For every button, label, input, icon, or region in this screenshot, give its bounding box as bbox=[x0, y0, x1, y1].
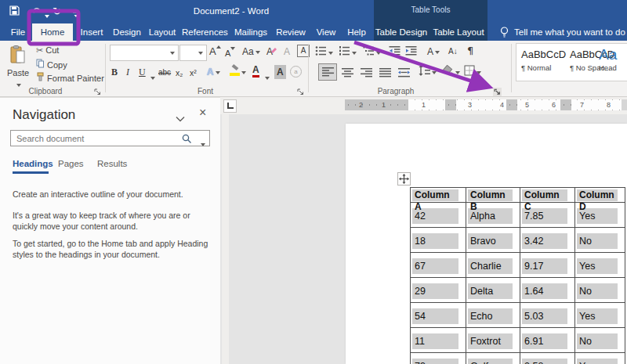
tab-references[interactable]: References bbox=[182, 23, 227, 41]
table-cell[interactable]: 9.17 bbox=[520, 253, 575, 278]
borders-button[interactable] bbox=[464, 65, 481, 79]
table-cell[interactable]: 5.03 bbox=[520, 303, 575, 328]
tab-stop-selector[interactable] bbox=[223, 99, 237, 113]
underline-button[interactable]: U bbox=[139, 65, 146, 79]
tab-insert[interactable]: Insert bbox=[75, 23, 108, 41]
tab-layout[interactable]: Layout bbox=[146, 23, 179, 41]
vertical-ruler[interactable] bbox=[222, 114, 229, 364]
navigation-close-icon[interactable]: × bbox=[199, 106, 206, 120]
table-cell[interactable]: No bbox=[575, 228, 625, 253]
tell-me-lightbulb-icon[interactable] bbox=[499, 27, 509, 41]
horizontal-ruler[interactable]: 211345678 bbox=[345, 99, 627, 110]
table-cell[interactable]: 11 bbox=[411, 328, 466, 353]
undo-dropdown-icon[interactable] bbox=[43, 9, 49, 22]
character-shading-button[interactable]: A bbox=[274, 65, 286, 79]
clear-formatting-button[interactable]: A bbox=[266, 45, 277, 59]
tab-file[interactable]: File bbox=[5, 23, 31, 41]
subscript-button[interactable]: x₂ bbox=[176, 66, 183, 80]
font-color-dropdown-icon[interactable] bbox=[263, 70, 270, 85]
sort-button[interactable]: A↓ bbox=[448, 45, 458, 59]
superscript-button[interactable]: x² bbox=[190, 66, 197, 80]
table-cell[interactable]: Delta bbox=[466, 278, 520, 303]
increase-indent-button[interactable] bbox=[405, 45, 417, 59]
paste-button[interactable]: Paste bbox=[5, 44, 31, 88]
tell-me-box[interactable]: Tell me what you want to do bbox=[514, 27, 625, 37]
table-cell[interactable]: 1.64 bbox=[520, 278, 575, 303]
decrease-indent-button[interactable] bbox=[389, 45, 400, 59]
table-cell[interactable]: Charlie bbox=[466, 253, 520, 278]
tab-mailings[interactable]: Mailings bbox=[230, 23, 271, 41]
table-cell[interactable]: Bravo bbox=[466, 228, 520, 253]
customize-qat-icon[interactable] bbox=[72, 9, 80, 21]
tab-home[interactable]: Home bbox=[32, 23, 73, 41]
table-cell[interactable]: Echo bbox=[466, 303, 520, 328]
multilevel-list-button[interactable] bbox=[363, 45, 381, 59]
table-header-cell[interactable]: Column D bbox=[575, 188, 625, 203]
align-center-button[interactable] bbox=[342, 67, 353, 81]
change-case-button[interactable]: Aa bbox=[242, 45, 260, 59]
navigation-options-chevron-icon[interactable] bbox=[176, 111, 185, 125]
font-dialog-launcher[interactable] bbox=[297, 85, 306, 95]
line-spacing-button[interactable] bbox=[419, 65, 437, 79]
table-cell[interactable]: 6.91 bbox=[520, 328, 575, 353]
table-cell[interactable]: No bbox=[575, 278, 625, 303]
table-cell[interactable]: 73 bbox=[411, 353, 466, 364]
ruler-column-divider[interactable] bbox=[560, 99, 571, 110]
undo-icon[interactable]: ↶ bbox=[31, 5, 40, 18]
cut-button[interactable]: ✂ Cut bbox=[36, 45, 59, 56]
tab-design[interactable]: Design bbox=[110, 23, 144, 41]
ruler-column-divider[interactable] bbox=[506, 99, 517, 110]
asian-layout-button[interactable]: A bbox=[427, 45, 440, 59]
bold-button[interactable]: B bbox=[111, 65, 118, 79]
style-item-3[interactable]: AaHead bbox=[599, 47, 627, 74]
nav-tab-headings[interactable]: Headings bbox=[13, 159, 53, 168]
table-cell[interactable]: 67 bbox=[411, 253, 466, 278]
shrink-font-button[interactable]: A bbox=[225, 46, 235, 60]
table-cell[interactable]: 29 bbox=[411, 278, 466, 303]
table-cell[interactable]: Golf bbox=[466, 353, 520, 364]
phonetic-guide-button[interactable]: A bbox=[284, 45, 290, 59]
align-right-button[interactable] bbox=[361, 67, 372, 81]
table-move-handle[interactable] bbox=[397, 172, 411, 186]
highlight-color-button[interactable] bbox=[230, 65, 246, 79]
table-cell[interactable]: Yes bbox=[575, 253, 625, 278]
tab-table-design[interactable]: Table Design bbox=[373, 23, 429, 41]
tab-table-layout[interactable]: Table Layout bbox=[430, 23, 487, 41]
save-icon[interactable] bbox=[9, 5, 20, 19]
tab-view[interactable]: View bbox=[310, 23, 342, 41]
table-cell[interactable]: Yes bbox=[575, 353, 625, 364]
table-cell[interactable]: 3.42 bbox=[520, 228, 575, 253]
show-hide-pilcrow-button[interactable]: ¶ bbox=[467, 44, 473, 58]
nav-tab-results[interactable]: Results bbox=[97, 159, 127, 168]
font-size-combo[interactable] bbox=[179, 45, 207, 61]
shading-button[interactable] bbox=[442, 65, 460, 79]
search-box[interactable] bbox=[10, 130, 210, 146]
strikethrough-button[interactable]: abc bbox=[158, 66, 171, 80]
table-cell[interactable]: 18 bbox=[411, 228, 466, 253]
tab-help[interactable]: Help bbox=[343, 23, 370, 41]
search-dropdown-icon[interactable] bbox=[199, 137, 205, 151]
table-cell[interactable]: 2.58 bbox=[520, 353, 575, 364]
table-header-cell[interactable]: Column A bbox=[411, 188, 466, 203]
nav-tab-pages[interactable]: Pages bbox=[58, 159, 84, 168]
redo-icon[interactable]: ↻ bbox=[53, 5, 61, 18]
table-header-cell[interactable]: Column C bbox=[520, 188, 575, 203]
grow-font-button[interactable]: A bbox=[209, 45, 221, 59]
table-cell[interactable]: 54 bbox=[411, 303, 466, 328]
justify-button[interactable] bbox=[379, 67, 391, 81]
style-item-1[interactable]: AaBbCcD¶ Normal bbox=[521, 47, 568, 74]
table-cell[interactable]: No bbox=[575, 328, 625, 353]
distribute-text-button[interactable] bbox=[398, 67, 410, 81]
text-effects-button[interactable]: A bbox=[207, 65, 220, 79]
underline-dropdown-icon[interactable] bbox=[149, 70, 155, 85]
bullet-list-button[interactable] bbox=[315, 45, 333, 59]
search-input[interactable] bbox=[15, 132, 183, 145]
numbered-list-button[interactable] bbox=[339, 45, 357, 59]
table-cell[interactable]: Foxtrot bbox=[466, 328, 520, 353]
ruler-column-divider[interactable] bbox=[445, 99, 456, 110]
align-left-button[interactable] bbox=[318, 63, 337, 81]
table-cell[interactable]: Yes bbox=[575, 303, 625, 328]
format-painter-button[interactable]: Format Painter bbox=[36, 72, 104, 83]
table-header-cell[interactable]: Column B bbox=[466, 188, 520, 203]
copy-button[interactable]: Copy bbox=[36, 59, 67, 70]
